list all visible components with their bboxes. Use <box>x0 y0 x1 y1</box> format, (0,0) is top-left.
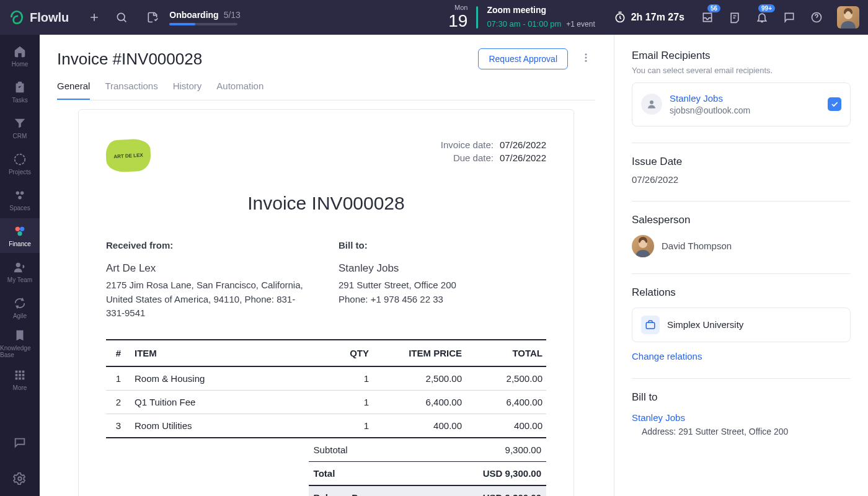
tab-history[interactable]: History <box>173 77 202 100</box>
relation-card[interactable]: Simplex University <box>632 308 851 342</box>
timer-widget[interactable]: 2h 17m 27s <box>614 11 684 24</box>
subtotal-label: Subtotal <box>314 445 348 455</box>
svg-rect-16 <box>19 374 21 376</box>
nav-settings[interactable] <box>0 461 40 496</box>
svg-rect-14 <box>22 370 25 373</box>
svg-point-11 <box>16 262 20 267</box>
svg-rect-18 <box>16 377 18 379</box>
onboarding-widget[interactable]: Onboarding5/13 <box>142 7 241 28</box>
more-menu-icon[interactable] <box>577 48 595 69</box>
svg-rect-17 <box>22 374 25 376</box>
event-widget[interactable]: Zoom meeting 07:30 am - 01:00 pm+1 event <box>487 4 595 30</box>
tab-automation[interactable]: Automation <box>216 77 264 100</box>
salesperson-avatar <box>632 235 654 257</box>
balance-value: USD 9,300.00 <box>483 492 541 497</box>
topbar: Flowlu Onboarding5/13 Mon 19 Zoom meetin… <box>0 0 868 35</box>
right-billto-name[interactable]: Stanley Jobs <box>632 412 851 423</box>
bill-to-label: Bill to: <box>339 239 546 253</box>
request-approval-button[interactable]: Request Approval <box>478 48 568 69</box>
nav-myteam[interactable]: My Team <box>0 254 40 289</box>
nav-kb[interactable]: Knowledge Base <box>0 326 40 361</box>
svg-point-7 <box>18 195 22 199</box>
event-more: +1 event <box>566 20 595 29</box>
company-logo: ART DE LEX <box>105 138 152 173</box>
total-value: USD 9,300.00 <box>483 468 541 479</box>
right-billto-address: Address: 291 Sutter Street, Office 200 <box>642 427 851 436</box>
salesperson-row[interactable]: David Thompson <box>632 235 851 257</box>
brand-logo[interactable]: Flowlu <box>9 9 69 25</box>
tab-transactions[interactable]: Transactions <box>105 77 157 100</box>
date-widget[interactable]: Mon 19 <box>448 4 467 30</box>
col-qty: QTY <box>317 340 373 366</box>
help-icon[interactable] <box>806 7 827 28</box>
to-name: Stanley Jobs <box>339 260 546 277</box>
svg-rect-19 <box>19 377 21 379</box>
tabs: General Transactions History Automation <box>57 77 595 100</box>
nav-tasks[interactable]: Tasks <box>0 74 40 109</box>
nav-feedback[interactable] <box>0 425 40 460</box>
salesperson-title: Salesperson <box>632 214 851 226</box>
recipient-checkbox[interactable] <box>828 97 841 111</box>
nav-more[interactable]: More <box>0 362 40 397</box>
invoice-card: ART DE LEX Invoice date:07/26/2022 Due d… <box>78 109 574 496</box>
issue-date-value: 07/26/2022 <box>632 174 851 185</box>
svg-rect-27 <box>646 322 655 329</box>
search-icon[interactable] <box>111 7 132 28</box>
svg-rect-20 <box>22 377 25 379</box>
total-label: Total <box>314 468 335 479</box>
event-accent <box>476 6 478 29</box>
user-avatar[interactable] <box>837 6 859 29</box>
tab-general[interactable]: General <box>57 77 90 100</box>
recipient-name[interactable]: Stanley Jobs <box>670 92 820 105</box>
svg-point-0 <box>118 13 125 20</box>
content-area: Invoice #INV000028 Request Approval Gene… <box>40 35 614 496</box>
invoice-date-value: 07/26/2022 <box>500 140 546 150</box>
relation-name: Simplex University <box>667 319 743 330</box>
onboarding-icon <box>142 7 163 28</box>
svg-point-10 <box>17 231 22 236</box>
nav-spaces[interactable]: Spaces <box>0 182 40 217</box>
recipient-card[interactable]: Stanley Jobs sjobsn@outlook.com <box>632 82 851 126</box>
onboarding-count: 5/13 <box>224 10 241 20</box>
nav-home[interactable]: Home <box>0 38 40 73</box>
table-row: 1Room & Housing12,500.002,500.00 <box>106 366 546 391</box>
plus-icon[interactable] <box>84 7 105 28</box>
issue-date-title: Issue Date <box>632 156 851 168</box>
change-relations-link[interactable]: Change relations <box>632 351 702 361</box>
invoice-heading: Invoice INV000028 <box>106 193 546 214</box>
svg-point-4 <box>15 154 25 164</box>
chat-icon[interactable] <box>779 7 800 28</box>
to-address-2: Phone: +1 978 456 22 33 <box>339 293 546 307</box>
bell-icon[interactable]: 99+ <box>751 7 773 28</box>
note-icon[interactable] <box>724 7 745 28</box>
recipients-hint: You can select several email recipients. <box>632 66 851 75</box>
inbox-badge: 56 <box>707 4 720 12</box>
onboarding-label: Onboarding <box>169 10 218 20</box>
from-name: Art De Lex <box>106 260 314 277</box>
nav-projects[interactable]: Projects <box>0 146 40 181</box>
svg-point-25 <box>650 100 653 104</box>
person-icon <box>641 94 662 115</box>
event-title: Zoom meeting <box>487 4 595 17</box>
col-total: TOTAL <box>466 340 546 366</box>
inbox-icon[interactable]: 56 <box>697 7 718 28</box>
col-num: # <box>106 340 131 366</box>
svg-rect-15 <box>16 374 18 376</box>
nav-finance[interactable]: Finance <box>0 218 40 253</box>
svg-point-9 <box>20 226 24 231</box>
svg-point-8 <box>16 226 20 231</box>
to-address-1: 291 Sutter Street, Office 200 <box>339 278 546 293</box>
salesperson-name: David Thompson <box>662 241 732 251</box>
recipient-email: sjobsn@outlook.com <box>670 105 820 117</box>
briefcase-icon <box>641 316 660 334</box>
svg-rect-12 <box>16 370 18 373</box>
date-dow: Mon <box>448 4 467 11</box>
svg-point-23 <box>585 57 587 59</box>
right-billto-title: Bill to <box>632 391 851 404</box>
svg-point-22 <box>585 53 587 55</box>
nav-crm[interactable]: CRM <box>0 110 40 145</box>
due-date-value: 07/26/2022 <box>500 153 546 163</box>
nav-agile[interactable]: Agile <box>0 290 40 325</box>
svg-point-5 <box>16 191 19 195</box>
col-price: ITEM PRICE <box>373 340 466 366</box>
